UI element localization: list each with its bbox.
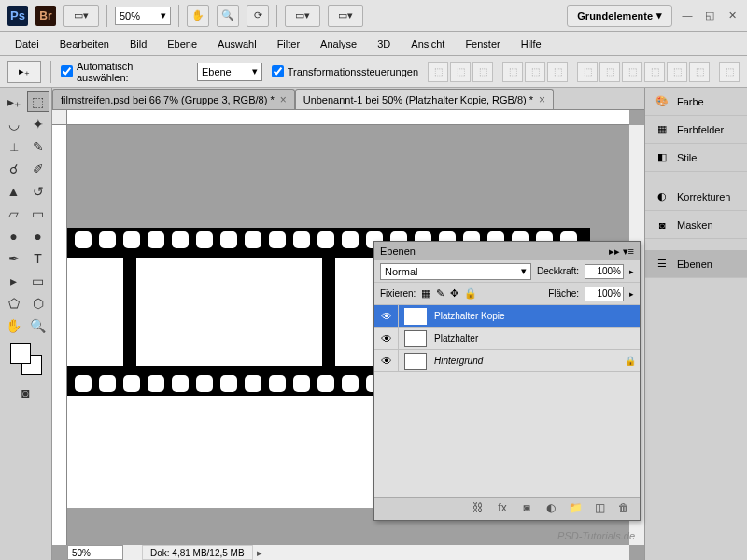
dist-3[interactable]: ⬚ [622, 62, 642, 82]
adjustment-layer-btn[interactable]: ◐ [543, 501, 559, 518]
status-doc-size[interactable]: Dok: 4,81 MB/12,5 MB [142, 545, 253, 560]
zoom-tool-btn[interactable]: 🔍 [217, 5, 239, 27]
link-layers-btn[interactable]: ⛓ [470, 501, 486, 518]
path-select-tool[interactable]: ▸ [3, 271, 25, 291]
layer-thumbnail[interactable] [404, 330, 427, 347]
align-hcenter[interactable]: ⬚ [525, 62, 545, 82]
new-group-btn[interactable]: 📁 [567, 501, 584, 518]
panel-farbfelder[interactable]: ▦Farbfelder [645, 116, 747, 144]
lasso-tool[interactable]: ◡ [3, 114, 25, 134]
opacity-input[interactable] [585, 264, 624, 279]
panel-korrekturen[interactable]: ◐Korrekturen [645, 183, 747, 211]
screen-mode-btn[interactable]: ▭▾ [328, 5, 363, 27]
current-tool-preset[interactable]: ▸₊ [7, 61, 41, 83]
menu-3d[interactable]: 3D [368, 35, 400, 53]
pen-tool[interactable]: ✒ [3, 248, 25, 269]
doc-tab-1[interactable]: filmstreifen.psd bei 66,7% (Gruppe 3, RG… [52, 89, 295, 109]
menu-ansicht[interactable]: Ansicht [402, 35, 454, 53]
dist-5[interactable]: ⬚ [667, 62, 687, 82]
blend-mode-select[interactable]: Normal▾ [380, 263, 531, 280]
restore-button[interactable]: ◱ [702, 8, 717, 23]
layer-name[interactable]: Platzhalter [432, 333, 640, 343]
visibility-toggle[interactable]: 👁 [374, 328, 399, 350]
eyedropper-tool[interactable]: ✎ [27, 136, 49, 157]
visibility-toggle[interactable]: 👁 [374, 305, 399, 328]
tab-close-icon[interactable]: × [280, 93, 287, 106]
fg-color[interactable] [10, 343, 31, 364]
dodge-tool[interactable]: ● [27, 226, 49, 246]
history-brush-tool[interactable]: ↺ [27, 181, 49, 202]
arrange-btn[interactable]: ▭▾ [285, 5, 320, 27]
color-swatches[interactable] [10, 343, 42, 375]
bridge-button[interactable]: Br [35, 6, 56, 26]
panel-ebenen[interactable]: ☰Ebenen [645, 250, 747, 278]
layer-thumbnail[interactable] [404, 353, 427, 370]
lock-all-icon[interactable]: 🔒 [464, 287, 477, 300]
align-left[interactable]: ⬚ [502, 62, 523, 82]
menu-filter[interactable]: Filter [268, 35, 309, 53]
menu-ebene[interactable]: Ebene [158, 35, 206, 53]
layer-row[interactable]: 👁 Platzhalter Kopie [374, 305, 640, 328]
lock-pixels-icon[interactable]: ✎ [436, 287, 444, 300]
visibility-toggle[interactable]: 👁 [374, 350, 399, 372]
auto-align-btn[interactable]: ⬚ [719, 62, 740, 82]
brush-tool[interactable]: ✐ [27, 159, 49, 179]
transform-controls-checkbox[interactable]: Transformationssteuerungen [272, 65, 418, 77]
layout-button[interactable]: ▭▾ [63, 5, 99, 27]
heal-tool[interactable]: ☌ [3, 159, 25, 179]
auto-select-chk-input[interactable] [61, 65, 73, 77]
zoom-select[interactable]: 50%▾ [115, 7, 171, 25]
marquee-tool[interactable]: ⬚ [27, 91, 49, 112]
type-tool[interactable]: T [27, 248, 49, 269]
menu-auswahl[interactable]: Auswahl [208, 35, 266, 53]
layer-thumbnail[interactable] [404, 308, 427, 325]
layer-name[interactable]: Hintergrund [432, 356, 621, 366]
fill-input[interactable] [585, 287, 624, 301]
panel-stile[interactable]: ◧Stile [645, 144, 747, 172]
menu-hilfe[interactable]: Hilfe [512, 35, 551, 53]
stamp-tool[interactable]: ▲ [3, 181, 25, 202]
dist-4[interactable]: ⬚ [644, 62, 665, 82]
layer-style-btn[interactable]: fx [494, 501, 511, 518]
3d-tool[interactable]: ⬠ [3, 293, 25, 314]
align-right[interactable]: ⬚ [547, 62, 568, 82]
menu-bild[interactable]: Bild [120, 35, 156, 53]
status-zoom[interactable]: 50% [67, 545, 123, 560]
align-vcenter[interactable]: ⬚ [450, 62, 471, 82]
auto-select-checkbox[interactable]: Automatisch auswählen: [61, 61, 188, 83]
zoom-tool[interactable]: 🔍 [27, 315, 49, 336]
menu-analyse[interactable]: Analyse [311, 35, 366, 53]
layer-row[interactable]: 👁 Platzhalter [374, 328, 640, 350]
hand-tool[interactable]: ✋ [3, 315, 25, 336]
align-top[interactable]: ⬚ [428, 62, 448, 82]
menu-fenster[interactable]: Fenster [456, 35, 509, 53]
ruler-vertical[interactable] [52, 125, 67, 545]
3d-camera-tool[interactable]: ⬡ [27, 293, 49, 314]
tab-close-icon[interactable]: × [539, 93, 545, 106]
dist-6[interactable]: ⬚ [689, 62, 710, 82]
align-bottom[interactable]: ⬚ [472, 62, 493, 82]
hand-tool-btn[interactable]: ✋ [187, 5, 209, 27]
close-button[interactable]: ✕ [725, 8, 740, 23]
panel-menu-icon[interactable]: ▸▸ ▾≡ [609, 245, 634, 258]
dist-2[interactable]: ⬚ [599, 62, 620, 82]
quickmask-tool[interactable]: ◙ [15, 383, 37, 403]
move-tool[interactable]: ▸₊ [3, 91, 25, 112]
chevron-right-icon[interactable]: ▸ [629, 289, 634, 299]
lock-transparency-icon[interactable]: ▦ [421, 287, 430, 300]
delete-layer-btn[interactable]: 🗑 [615, 501, 632, 518]
blur-tool[interactable]: ● [3, 226, 25, 246]
chevron-right-icon[interactable]: ▸ [629, 267, 634, 276]
wand-tool[interactable]: ✦ [27, 114, 49, 134]
new-layer-btn[interactable]: ◫ [591, 501, 608, 518]
panel-masken[interactable]: ◙Masken [645, 211, 747, 239]
lock-position-icon[interactable]: ✥ [450, 287, 458, 300]
minimize-button[interactable]: — [680, 8, 695, 23]
shape-tool[interactable]: ▭ [27, 271, 49, 291]
gradient-tool[interactable]: ▭ [27, 203, 49, 224]
eraser-tool[interactable]: ▱ [3, 203, 25, 224]
layer-mask-btn[interactable]: ◙ [518, 501, 535, 518]
ruler-horizontal[interactable] [67, 110, 629, 125]
auto-select-dropdown[interactable]: Ebene▾ [197, 63, 262, 81]
doc-tab-2[interactable]: Unbenannt-1 bei 50% (Platzhalter Kopie, … [295, 89, 554, 109]
